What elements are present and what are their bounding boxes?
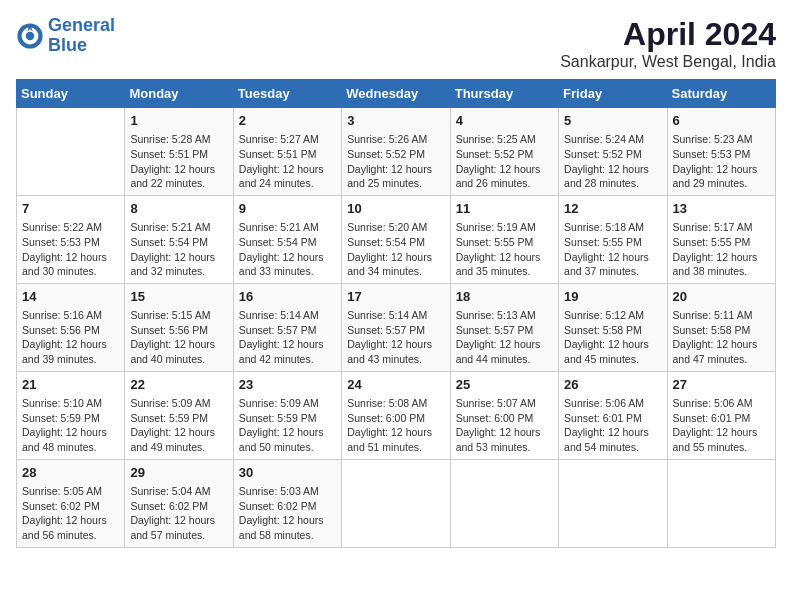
weekday-header-friday: Friday (559, 80, 667, 108)
day-info: Sunrise: 5:28 AM Sunset: 5:51 PM Dayligh… (130, 132, 227, 191)
day-number: 14 (22, 288, 119, 306)
month-title: April 2024 (560, 16, 776, 53)
day-info: Sunrise: 5:09 AM Sunset: 5:59 PM Dayligh… (239, 396, 336, 455)
week-row-3: 14Sunrise: 5:16 AM Sunset: 5:56 PM Dayli… (17, 283, 776, 371)
day-number: 13 (673, 200, 770, 218)
day-number: 6 (673, 112, 770, 130)
calendar-cell: 17Sunrise: 5:14 AM Sunset: 5:57 PM Dayli… (342, 283, 450, 371)
day-number: 9 (239, 200, 336, 218)
day-info: Sunrise: 5:05 AM Sunset: 6:02 PM Dayligh… (22, 484, 119, 543)
calendar-cell: 25Sunrise: 5:07 AM Sunset: 6:00 PM Dayli… (450, 371, 558, 459)
weekday-header-monday: Monday (125, 80, 233, 108)
calendar-cell (17, 108, 125, 196)
calendar-cell: 20Sunrise: 5:11 AM Sunset: 5:58 PM Dayli… (667, 283, 775, 371)
day-number: 18 (456, 288, 553, 306)
day-info: Sunrise: 5:07 AM Sunset: 6:00 PM Dayligh… (456, 396, 553, 455)
day-info: Sunrise: 5:20 AM Sunset: 5:54 PM Dayligh… (347, 220, 444, 279)
calendar-cell (667, 459, 775, 547)
calendar-cell: 30Sunrise: 5:03 AM Sunset: 6:02 PM Dayli… (233, 459, 341, 547)
day-info: Sunrise: 5:14 AM Sunset: 5:57 PM Dayligh… (239, 308, 336, 367)
day-info: Sunrise: 5:15 AM Sunset: 5:56 PM Dayligh… (130, 308, 227, 367)
week-row-1: 1Sunrise: 5:28 AM Sunset: 5:51 PM Daylig… (17, 108, 776, 196)
calendar-cell: 22Sunrise: 5:09 AM Sunset: 5:59 PM Dayli… (125, 371, 233, 459)
logo-icon (16, 22, 44, 50)
calendar-cell: 8Sunrise: 5:21 AM Sunset: 5:54 PM Daylig… (125, 195, 233, 283)
calendar-cell: 7Sunrise: 5:22 AM Sunset: 5:53 PM Daylig… (17, 195, 125, 283)
weekday-header-sunday: Sunday (17, 80, 125, 108)
day-info: Sunrise: 5:13 AM Sunset: 5:57 PM Dayligh… (456, 308, 553, 367)
calendar-cell: 11Sunrise: 5:19 AM Sunset: 5:55 PM Dayli… (450, 195, 558, 283)
day-number: 16 (239, 288, 336, 306)
day-info: Sunrise: 5:23 AM Sunset: 5:53 PM Dayligh… (673, 132, 770, 191)
day-number: 12 (564, 200, 661, 218)
day-number: 22 (130, 376, 227, 394)
calendar-cell: 6Sunrise: 5:23 AM Sunset: 5:53 PM Daylig… (667, 108, 775, 196)
day-info: Sunrise: 5:09 AM Sunset: 5:59 PM Dayligh… (130, 396, 227, 455)
day-info: Sunrise: 5:19 AM Sunset: 5:55 PM Dayligh… (456, 220, 553, 279)
calendar-cell: 2Sunrise: 5:27 AM Sunset: 5:51 PM Daylig… (233, 108, 341, 196)
day-number: 11 (456, 200, 553, 218)
day-number: 10 (347, 200, 444, 218)
calendar-cell: 9Sunrise: 5:21 AM Sunset: 5:54 PM Daylig… (233, 195, 341, 283)
calendar-cell (559, 459, 667, 547)
day-number: 8 (130, 200, 227, 218)
calendar-cell: 12Sunrise: 5:18 AM Sunset: 5:55 PM Dayli… (559, 195, 667, 283)
svg-point-2 (26, 32, 34, 40)
logo: General Blue (16, 16, 115, 56)
day-info: Sunrise: 5:22 AM Sunset: 5:53 PM Dayligh… (22, 220, 119, 279)
day-number: 3 (347, 112, 444, 130)
day-info: Sunrise: 5:17 AM Sunset: 5:55 PM Dayligh… (673, 220, 770, 279)
calendar-cell: 3Sunrise: 5:26 AM Sunset: 5:52 PM Daylig… (342, 108, 450, 196)
week-row-2: 7Sunrise: 5:22 AM Sunset: 5:53 PM Daylig… (17, 195, 776, 283)
logo-blue: Blue (48, 35, 87, 55)
day-info: Sunrise: 5:18 AM Sunset: 5:55 PM Dayligh… (564, 220, 661, 279)
weekday-header-row: SundayMondayTuesdayWednesdayThursdayFrid… (17, 80, 776, 108)
calendar-cell: 16Sunrise: 5:14 AM Sunset: 5:57 PM Dayli… (233, 283, 341, 371)
logo-general: General (48, 15, 115, 35)
day-info: Sunrise: 5:27 AM Sunset: 5:51 PM Dayligh… (239, 132, 336, 191)
day-info: Sunrise: 5:06 AM Sunset: 6:01 PM Dayligh… (673, 396, 770, 455)
day-info: Sunrise: 5:24 AM Sunset: 5:52 PM Dayligh… (564, 132, 661, 191)
day-info: Sunrise: 5:04 AM Sunset: 6:02 PM Dayligh… (130, 484, 227, 543)
day-number: 25 (456, 376, 553, 394)
weekday-header-wednesday: Wednesday (342, 80, 450, 108)
day-number: 21 (22, 376, 119, 394)
day-number: 23 (239, 376, 336, 394)
logo-text: General Blue (48, 16, 115, 56)
day-number: 28 (22, 464, 119, 482)
location-title: Sankarpur, West Bengal, India (560, 53, 776, 71)
day-info: Sunrise: 5:25 AM Sunset: 5:52 PM Dayligh… (456, 132, 553, 191)
day-info: Sunrise: 5:11 AM Sunset: 5:58 PM Dayligh… (673, 308, 770, 367)
weekday-header-saturday: Saturday (667, 80, 775, 108)
calendar-cell: 14Sunrise: 5:16 AM Sunset: 5:56 PM Dayli… (17, 283, 125, 371)
calendar-cell: 5Sunrise: 5:24 AM Sunset: 5:52 PM Daylig… (559, 108, 667, 196)
week-row-5: 28Sunrise: 5:05 AM Sunset: 6:02 PM Dayli… (17, 459, 776, 547)
calendar-cell: 29Sunrise: 5:04 AM Sunset: 6:02 PM Dayli… (125, 459, 233, 547)
calendar-cell: 4Sunrise: 5:25 AM Sunset: 5:52 PM Daylig… (450, 108, 558, 196)
day-number: 24 (347, 376, 444, 394)
calendar-table: SundayMondayTuesdayWednesdayThursdayFrid… (16, 79, 776, 548)
calendar-cell: 26Sunrise: 5:06 AM Sunset: 6:01 PM Dayli… (559, 371, 667, 459)
day-info: Sunrise: 5:21 AM Sunset: 5:54 PM Dayligh… (130, 220, 227, 279)
calendar-cell: 18Sunrise: 5:13 AM Sunset: 5:57 PM Dayli… (450, 283, 558, 371)
calendar-cell: 23Sunrise: 5:09 AM Sunset: 5:59 PM Dayli… (233, 371, 341, 459)
calendar-cell (342, 459, 450, 547)
day-number: 19 (564, 288, 661, 306)
calendar-cell: 28Sunrise: 5:05 AM Sunset: 6:02 PM Dayli… (17, 459, 125, 547)
title-area: April 2024 Sankarpur, West Bengal, India (560, 16, 776, 71)
day-number: 5 (564, 112, 661, 130)
calendar-cell: 24Sunrise: 5:08 AM Sunset: 6:00 PM Dayli… (342, 371, 450, 459)
calendar-cell: 27Sunrise: 5:06 AM Sunset: 6:01 PM Dayli… (667, 371, 775, 459)
day-number: 30 (239, 464, 336, 482)
day-number: 4 (456, 112, 553, 130)
day-info: Sunrise: 5:06 AM Sunset: 6:01 PM Dayligh… (564, 396, 661, 455)
day-number: 27 (673, 376, 770, 394)
day-info: Sunrise: 5:14 AM Sunset: 5:57 PM Dayligh… (347, 308, 444, 367)
day-info: Sunrise: 5:12 AM Sunset: 5:58 PM Dayligh… (564, 308, 661, 367)
calendar-cell: 1Sunrise: 5:28 AM Sunset: 5:51 PM Daylig… (125, 108, 233, 196)
day-number: 7 (22, 200, 119, 218)
calendar-cell: 19Sunrise: 5:12 AM Sunset: 5:58 PM Dayli… (559, 283, 667, 371)
weekday-header-tuesday: Tuesday (233, 80, 341, 108)
header: General Blue April 2024 Sankarpur, West … (16, 16, 776, 71)
calendar-cell (450, 459, 558, 547)
